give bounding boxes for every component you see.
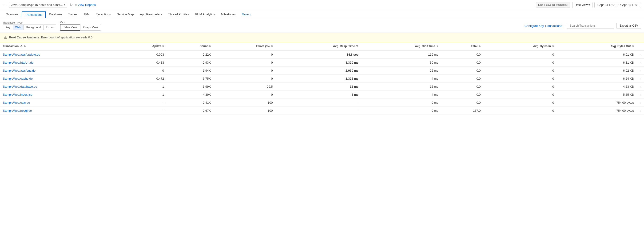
type-btn-web[interactable]: Web: [13, 25, 23, 30]
cell-transaction[interactable]: SampleWeb/aws/sqs.do: [0, 67, 119, 75]
cell-transaction[interactable]: SampleWeb/calc.do: [0, 99, 119, 107]
cell-transaction[interactable]: SampleWeb/index.jsp: [0, 91, 119, 99]
back-button[interactable]: ←: [3, 3, 6, 7]
cell-avg_resp_time: -: [276, 107, 361, 115]
search-input[interactable]: [567, 23, 614, 29]
row-menu[interactable]: ≡: [637, 75, 644, 83]
cell-avg_bytes_in: 0: [483, 67, 557, 75]
cell-transaction[interactable]: SampleWeb/httpUrl.do: [0, 59, 119, 67]
cell-avg_bytes_out: 6.24 KB: [557, 75, 637, 83]
cell-errors_pct: 0: [214, 50, 276, 59]
table-row: SampleWeb/httpUrl.do0.4832.93K03,320 ms3…: [0, 59, 644, 67]
refresh-button[interactable]: ↻: [70, 3, 73, 7]
col-header-count[interactable]: Count ⇅: [167, 42, 214, 50]
cell-errors_pct: 29.5: [214, 83, 276, 91]
cell-avg_bytes_in: 0: [483, 75, 557, 83]
nav-tab-milestones[interactable]: Milestones: [218, 11, 238, 18]
sort-icon-count: ⇅: [209, 45, 211, 48]
type-btn-background[interactable]: Background: [23, 25, 43, 30]
cell-apdex: 0: [119, 67, 167, 75]
cell-count: 6.75K: [167, 75, 214, 83]
top-bar: ← Java-SampleApp (5 hosts and 5 inst... …: [0, 0, 644, 10]
col-header-errors[interactable]: Errors (%) ⇅: [214, 42, 276, 50]
cell-avg_resp_time: 13 ms: [276, 83, 361, 91]
nav-tab-database[interactable]: Database: [46, 11, 65, 18]
cell-fatal: 0.0: [441, 59, 484, 67]
export-button[interactable]: Export as CSV: [616, 23, 641, 29]
table-row: SampleWeb/aws/sqs.do01.94K02,030 ms26 ms…: [0, 67, 644, 75]
cell-count: 2.41K: [167, 99, 214, 107]
configure-key-link[interactable]: Configure Key Transactions +: [524, 24, 565, 28]
table-row: SampleWeb/cache.do0.4726.75K01,325 ms4 m…: [0, 75, 644, 83]
row-menu[interactable]: ≡: [637, 83, 644, 91]
col-header-avg-cpu-time[interactable]: Avg. CPU Time ⇅: [361, 42, 441, 50]
table-header: Transaction ⚙ ⇅ Apdex ⇅ Count ⇅ Errors (…: [0, 42, 644, 50]
cell-avg_cpu_time: 26 ms: [361, 67, 441, 75]
cell-transaction[interactable]: SampleWeb/cache.do: [0, 75, 119, 83]
cell-fatal: 0.0: [441, 99, 484, 107]
app-selector[interactable]: Java-SampleApp (5 hosts and 5 inst... ▾: [9, 2, 67, 8]
cell-count: 1.94K: [167, 67, 214, 75]
date-view-button[interactable]: Date View ▾: [572, 2, 592, 8]
warning-icon: ⚠: [4, 35, 7, 40]
cell-errors_pct: 0: [214, 75, 276, 83]
app-name: Java-SampleApp (5 hosts and 5 inst...: [11, 3, 63, 7]
sort-icon-transaction: ⇅: [24, 45, 26, 48]
nav-tab-exceptions[interactable]: Exceptions: [93, 11, 114, 18]
view-btn-table[interactable]: Table View: [60, 24, 80, 31]
cell-transaction[interactable]: SampleWeb/nosql.do: [0, 107, 119, 115]
table-body: SampleWeb/aws/update.do0.0032.22K014.8 s…: [0, 50, 644, 115]
row-menu[interactable]: ≡: [637, 91, 644, 99]
nav-tab-traces[interactable]: Traces: [66, 11, 80, 18]
filter-icon: ⚙: [20, 45, 22, 48]
alert-text: Root Cause Analysis: Error count of appl…: [9, 36, 94, 39]
nav-tab-transactions[interactable]: Transactions: [22, 11, 46, 18]
cell-avg_bytes_in: 0: [483, 99, 557, 107]
cell-avg_cpu_time: 119 ms: [361, 50, 441, 59]
row-menu[interactable]: ≡: [637, 50, 644, 59]
col-header-avg-resp-time[interactable]: Avg. Resp. Time ▼: [276, 42, 361, 50]
view-reports-label: View Reports: [78, 3, 96, 7]
row-menu[interactable]: ≡: [637, 67, 644, 75]
col-header-fatal[interactable]: Fatal ⇅: [441, 42, 484, 50]
type-btn-errors[interactable]: Errors: [43, 25, 56, 30]
row-menu[interactable]: ≡: [637, 99, 644, 107]
view-button-group: Table ViewGraph View: [60, 24, 101, 31]
cell-avg_bytes_out: 6.31 KB: [557, 59, 637, 67]
sort-active-icon: ▼: [356, 45, 358, 48]
col-header-avg-bytes-out[interactable]: Avg. Bytes Out ⇅: [557, 42, 637, 50]
view-label: View: [60, 21, 101, 24]
view-reports-link[interactable]: ≡ View Reports: [75, 3, 96, 7]
cell-avg_resp_time: 2,030 ms: [276, 67, 361, 75]
col-header-apdex[interactable]: Apdex ⇅: [119, 42, 167, 50]
nav-tab-app-params[interactable]: App Parameters: [137, 11, 165, 18]
cell-apdex: 0.483: [119, 59, 167, 67]
cell-avg_resp_time: -: [276, 99, 361, 107]
cell-transaction[interactable]: SampleWeb/aws/update.do: [0, 50, 119, 59]
cell-apdex: 1: [119, 91, 167, 99]
date-view-label: Date View ▾: [575, 3, 590, 7]
nav-tab-service-map[interactable]: Service Map: [114, 11, 137, 18]
nav-tab-more[interactable]: More ↓: [239, 11, 254, 18]
col-header-avg-bytes-in[interactable]: Avg. Bytes In ⇅: [483, 42, 557, 50]
cell-avg_bytes_in: 0: [483, 91, 557, 99]
transactions-table-container: Transaction ⚙ ⇅ Apdex ⇅ Count ⇅ Errors (…: [0, 42, 644, 115]
cell-transaction[interactable]: SampleWeb/database.do: [0, 83, 119, 91]
cell-fatal: 0.0: [441, 75, 484, 83]
sort-icon-bytes-out: ⇅: [632, 45, 634, 48]
view-btn-graph[interactable]: Graph View: [80, 24, 101, 31]
cell-avg_cpu_time: 4 ms: [361, 91, 441, 99]
type-btn-key[interactable]: Key: [3, 25, 13, 30]
nav-tab-overview[interactable]: Overview: [3, 11, 21, 18]
controls-right: Configure Key Transactions + Export as C…: [524, 23, 641, 29]
cell-errors_pct: 100: [214, 99, 276, 107]
nav-tab-jvm[interactable]: JVM: [81, 11, 92, 18]
nav-tab-thread-profiles[interactable]: Thread Profiles: [165, 11, 192, 18]
row-menu[interactable]: ≡: [637, 59, 644, 67]
cell-fatal: 0.0: [441, 67, 484, 75]
col-header-transaction[interactable]: Transaction ⚙ ⇅: [0, 42, 119, 50]
row-menu[interactable]: ≡: [637, 107, 644, 115]
cell-count: 2.22K: [167, 50, 214, 59]
nav-tab-rum-analytics[interactable]: RUM Analytics: [192, 11, 218, 18]
list-icon: ≡: [75, 3, 77, 7]
